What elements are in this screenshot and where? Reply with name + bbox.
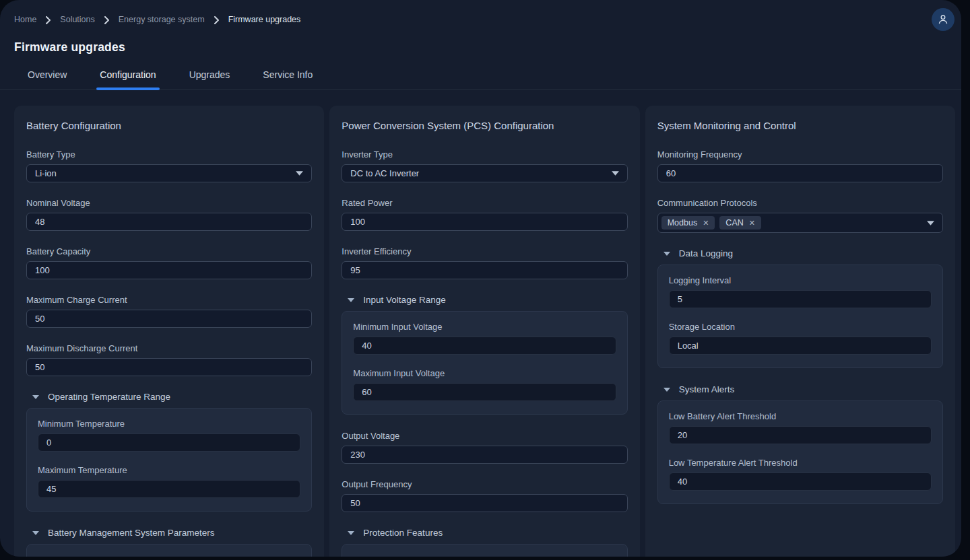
maximum-temperature-input[interactable]: [38, 480, 300, 498]
maximum-charge-current-label: Maximum Charge Current: [26, 295, 312, 305]
tab-service-info[interactable]: Service Info: [263, 69, 313, 89]
breadcrumb-item-home[interactable]: Home: [14, 15, 36, 24]
group-field-over-voltage-protection: Over Voltage Protection: [38, 555, 300, 557]
chevron-down-icon: [927, 221, 934, 225]
group-box-system-alerts: Low Battery Alert ThresholdLow Temperatu…: [657, 400, 943, 504]
breadcrumb: HomeSolutionsEnergy storage systemFirmwa…: [14, 15, 300, 24]
breadcrumb-item-solutions[interactable]: Solutions: [60, 15, 94, 24]
inverter-efficiency-input[interactable]: [342, 261, 627, 279]
panel-power-conversion-system-pcs-configuration: Power Conversion System (PCS) Configurat…: [329, 106, 639, 557]
output-voltage-label: Output Voltage: [342, 431, 627, 441]
remove-chip-icon[interactable]: ✕: [749, 219, 755, 227]
panel-system-monitoring-and-control: System Monitoring and ControlMonitoring …: [645, 106, 955, 557]
monitoring-frequency-input[interactable]: [657, 164, 943, 182]
nominal-voltage-input[interactable]: [26, 213, 312, 231]
battery-type-label: Battery Type: [26, 149, 312, 160]
maximum-discharge-current-input[interactable]: [26, 358, 312, 376]
chip-label: Modbus: [668, 218, 697, 228]
main-window: HomeSolutionsEnergy storage systemFirmwa…: [0, 0, 961, 557]
maximum-input-voltage-input[interactable]: [353, 383, 616, 401]
panel-title-system-monitoring-and-control: System Monitoring and Control: [657, 120, 943, 131]
user-icon: [936, 13, 950, 26]
group-box-data-logging: Logging IntervalStorage Location: [657, 265, 943, 368]
breadcrumb-item-energy-storage-system[interactable]: Energy storage system: [119, 15, 205, 24]
battery-type-value: Li-ion: [35, 168, 57, 178]
collapse-caret-icon: [664, 252, 670, 256]
field-output-voltage: Output Voltage: [342, 431, 627, 464]
remove-chip-icon[interactable]: ✕: [703, 219, 709, 227]
field-battery-capacity: Battery Capacity: [26, 246, 312, 279]
field-nominal-voltage: Nominal Voltage: [26, 198, 312, 231]
low-temperature-alert-threshold-input[interactable]: [669, 473, 932, 491]
breadcrumb-separator-icon: [214, 16, 220, 24]
field-battery-type: Battery TypeLi-ion: [26, 149, 312, 182]
group-header-battery-management-system-parameters[interactable]: Battery Management System Parameters: [26, 528, 312, 538]
battery-capacity-label: Battery Capacity: [26, 246, 312, 256]
logging-interval-label: Logging Interval: [669, 275, 932, 285]
field-rated-power: Rated Power: [342, 198, 627, 231]
monitoring-frequency-label: Monitoring Frequency: [657, 149, 943, 160]
tab-overview[interactable]: Overview: [28, 69, 67, 89]
group-box-operating-temperature-range: Minimum TemperatureMaximum Temperature: [26, 408, 312, 512]
breadcrumb-separator-icon: [104, 16, 110, 24]
group-field-minimum-temperature: Minimum Temperature: [38, 419, 300, 452]
over-voltage-protection-label: Over Voltage Protection: [38, 555, 300, 557]
breadcrumb-separator-icon: [45, 16, 51, 24]
group-title: Data Logging: [679, 248, 733, 258]
field-communication-protocols: Communication ProtocolsModbus✕CAN✕: [657, 198, 943, 233]
group-header-protection-features[interactable]: Protection Features: [342, 528, 627, 538]
low-battery-alert-threshold-label: Low Battery Alert Threshold: [669, 411, 932, 421]
minimum-input-voltage-input[interactable]: [353, 337, 616, 355]
communication-protocols-multiselect[interactable]: Modbus✕CAN✕: [657, 213, 943, 233]
group-field-low-temperature-alert-threshold: Low Temperature Alert Threshold: [669, 458, 932, 491]
panel-title-power-conversion-system-pcs-configuration: Power Conversion System (PCS) Configurat…: [342, 120, 627, 131]
inverter-type-select[interactable]: DC to AC Inverter: [342, 164, 627, 182]
group-box-battery-management-system-parameters: Over Voltage Protection: [26, 544, 312, 557]
field-maximum-charge-current: Maximum Charge Current: [26, 295, 312, 328]
minimum-input-voltage-label: Minimum Input Voltage: [353, 322, 616, 332]
output-voltage-input[interactable]: [342, 446, 627, 464]
group-field-logging-interval: Logging Interval: [669, 275, 932, 308]
group-header-data-logging[interactable]: Data Logging: [657, 248, 943, 258]
minimum-temperature-input[interactable]: [38, 433, 300, 452]
maximum-discharge-current-label: Maximum Discharge Current: [26, 343, 312, 353]
group-field-storage-location: Storage Location: [669, 322, 932, 355]
low-temperature-alert-threshold-label: Low Temperature Alert Threshold: [669, 458, 932, 468]
collapse-caret-icon: [348, 298, 354, 302]
communication-protocols-label: Communication Protocols: [657, 198, 943, 208]
chevron-down-icon: [612, 171, 619, 176]
chip-label: CAN: [725, 218, 743, 228]
logging-interval-input[interactable]: [669, 290, 932, 308]
panel-title-battery-configuration: Battery Configuration: [26, 120, 312, 131]
group-field-minimum-input-voltage: Minimum Input Voltage: [353, 322, 616, 355]
field-inverter-efficiency: Inverter Efficiency: [342, 246, 627, 279]
storage-location-input[interactable]: [669, 337, 932, 355]
battery-capacity-input[interactable]: [26, 261, 312, 279]
chip-can: CAN✕: [719, 216, 761, 230]
group-title: System Alerts: [679, 384, 735, 394]
low-battery-alert-threshold-input[interactable]: [669, 426, 932, 444]
group-header-input-voltage-range[interactable]: Input Voltage Range: [342, 295, 627, 305]
minimum-temperature-label: Minimum Temperature: [38, 419, 300, 429]
group-header-operating-temperature-range[interactable]: Operating Temperature Range: [26, 392, 312, 402]
panel-battery-configuration: Battery ConfigurationBattery TypeLi-ionN…: [14, 106, 324, 557]
inverter-type-label: Inverter Type: [342, 149, 627, 160]
rated-power-input[interactable]: [342, 213, 627, 231]
tab-upgrades[interactable]: Upgrades: [189, 69, 230, 89]
field-output-frequency: Output Frequency: [342, 479, 627, 512]
battery-type-select[interactable]: Li-ion: [26, 164, 312, 182]
avatar[interactable]: [932, 8, 955, 31]
maximum-temperature-label: Maximum Temperature: [38, 465, 300, 475]
collapse-caret-icon: [32, 531, 39, 535]
tab-configuration[interactable]: Configuration: [100, 69, 156, 89]
collapse-caret-icon: [348, 531, 354, 535]
group-header-system-alerts[interactable]: System Alerts: [657, 384, 943, 394]
group-title: Battery Management System Parameters: [48, 528, 215, 538]
selected-chips: Modbus✕CAN✕: [661, 216, 761, 230]
group-field-low-battery-alert-threshold: Low Battery Alert Threshold: [669, 411, 932, 444]
inverter-type-value: DC to AC Inverter: [350, 168, 419, 178]
collapse-caret-icon: [32, 395, 39, 399]
maximum-charge-current-input[interactable]: [26, 310, 312, 328]
field-monitoring-frequency: Monitoring Frequency: [657, 149, 943, 182]
output-frequency-input[interactable]: [342, 494, 627, 512]
